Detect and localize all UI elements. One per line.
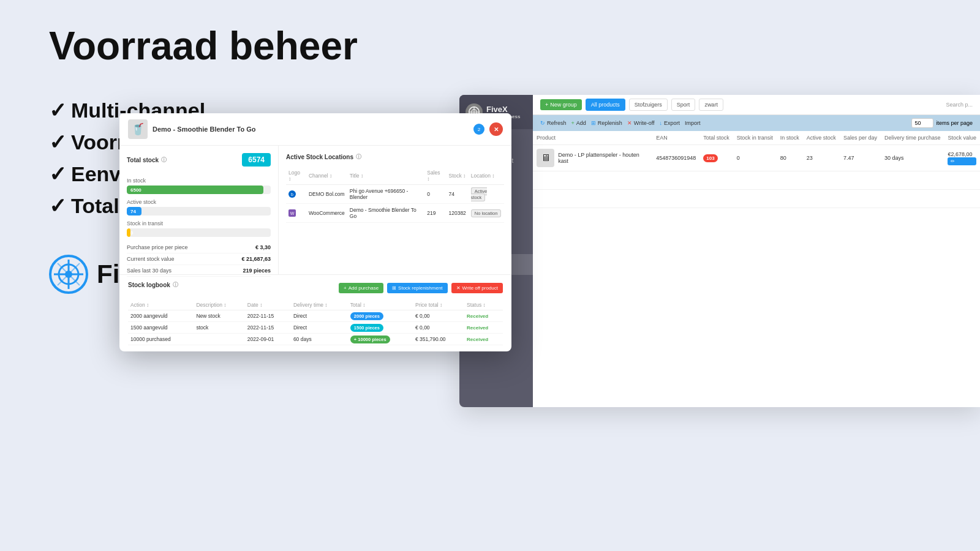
stock-value-cell: €2,678,00 — [948, 151, 976, 157]
col-active-stock: Active stock — [803, 131, 840, 145]
current-value-label: Current stock value — [127, 256, 175, 262]
transit-bar: 0 — [127, 228, 271, 237]
locations-title: Active Stock Locations ⓘ — [286, 153, 504, 161]
table-row: 🖥 Demo - LP plattenspeler - houten kast … — [533, 145, 980, 171]
tab-zwart[interactable]: zwart — [699, 99, 723, 111]
write-off-product-button[interactable]: ✕ Write off product — [451, 283, 503, 293]
location-badge-2: No location — [469, 204, 504, 223]
log-delivery-1: Direct — [291, 310, 348, 322]
write-off-button[interactable]: ✕ Write-off — [627, 120, 655, 126]
modal-product-title: Demo - Smoothie Blender To Go — [153, 126, 255, 133]
no-location-badge: No location — [471, 209, 502, 217]
cell-ean: 4548736091948 — [652, 145, 699, 171]
refresh-icon: ↻ — [540, 120, 545, 126]
log-total-3: + 10000 pieces — [348, 334, 413, 345]
import-button[interactable]: Import — [685, 120, 701, 126]
location-title-1: Phi go Avenue +696650 - Blender — [347, 185, 424, 204]
logbook-header: Stock logbook ⓘ + Add purchase ⊞ Stock r… — [128, 281, 503, 295]
col-value: Stock value — [944, 131, 980, 145]
tab-bar: + New group All products Stofzuigers Spo… — [533, 95, 980, 115]
refresh-button[interactable]: ↻ Refresh — [540, 120, 567, 126]
table-row-3 — [533, 190, 980, 208]
items-per-page-label: items per page — [936, 120, 973, 126]
cell-in-transit: 0 — [733, 145, 777, 171]
log-delivery-3: 60 days — [291, 334, 348, 345]
location-row-1: b DEMO Bol.com Phi go Avenue +696650 - B… — [286, 185, 504, 204]
log-price-3: € 351,790.00 — [413, 334, 464, 345]
col-delivery: Delivery time purchase — [881, 131, 944, 145]
location-sales-2: 219 — [424, 204, 446, 223]
active-stock-progress: 74 — [127, 207, 141, 216]
replenishment-icon: ⊞ — [392, 285, 396, 291]
replenish-button[interactable]: ⊞ Replenish — [591, 120, 622, 126]
location-logo-1: b — [286, 185, 306, 204]
col-status: Status ↕ — [464, 300, 503, 310]
logbook-row-3: 10000 purchased 2022-09-01 60 days + 100… — [128, 334, 503, 345]
log-action-3: 10000 purchased — [128, 334, 194, 345]
export-button[interactable]: ↓ Export — [660, 120, 680, 126]
cell-product: 🖥 Demo - LP plattenspeler - houten kast — [533, 145, 652, 171]
cell-value: €2,678,00 ✏ — [944, 145, 980, 171]
locations-table: Logo ↕ Channel ↕ Title ↕ Sales ↕ Stock ↕… — [286, 167, 504, 223]
tab-sport[interactable]: Sport — [671, 99, 696, 111]
cell-in-stock: 80 — [777, 145, 803, 171]
location-sales-1: 0 — [424, 185, 446, 204]
log-status-1: Received — [464, 310, 503, 322]
page-title: Voorraad beheer — [49, 24, 392, 67]
total-badge-3: + 10000 pieces — [350, 335, 390, 343]
woo-icon: W — [288, 209, 296, 217]
sales-label: Sales last 30 days — [127, 268, 172, 274]
modal-close-button[interactable]: ✕ — [489, 122, 503, 136]
add-purchase-icon: + — [344, 285, 347, 291]
location-stock-2: 120382 — [446, 204, 468, 223]
stock-badge: 103 — [703, 154, 717, 162]
logbook-row-1: 2000 aangevuld New stock 2022-11-15 Dire… — [128, 310, 503, 322]
log-delivery-2: Direct — [291, 322, 348, 334]
in-stock-progress: 6500 — [127, 186, 263, 194]
logbook-row-2: 1500 aangevuld stock 2022-11-15 Direct 1… — [128, 322, 503, 334]
total-stock-badge: 6574 — [242, 153, 271, 167]
pagination-control: items per page — [911, 118, 973, 128]
cell-delivery: 30 days — [881, 145, 944, 171]
add-icon: + — [571, 120, 575, 126]
log-total-1: 2000 pieces — [348, 310, 413, 322]
location-channel-1: DEMO Bol.com — [306, 185, 347, 204]
notification-badge: 2 — [473, 124, 484, 135]
edit-button[interactable]: ✏ — [948, 157, 976, 165]
items-per-page-input[interactable] — [911, 118, 933, 128]
write-off-icon: ✕ — [456, 285, 461, 291]
col-ean: EAN — [652, 131, 699, 145]
transit-label: Stock in transit — [127, 220, 271, 227]
log-status-3: Received — [464, 334, 503, 345]
col-description: Description ↕ — [194, 300, 244, 310]
current-value-row: Current stock value € 21,687,63 — [127, 253, 271, 265]
new-group-button[interactable]: + New group — [540, 99, 582, 110]
cell-active-stock: 23 — [803, 145, 840, 171]
col-logo: Logo ↕ — [286, 167, 306, 185]
add-button[interactable]: + Add — [571, 120, 586, 126]
products-table-container: Product EAN Total stock Stock in transit… — [533, 131, 980, 407]
main-content: + New group All products Stofzuigers Spo… — [533, 95, 980, 407]
logbook-table: Action ↕ Description ↕ Date ↕ Delivery t… — [128, 300, 503, 345]
status-badge-3: Received — [467, 337, 488, 342]
add-purchase-button[interactable]: + Add purchase — [339, 283, 383, 293]
purchase-price-value: € 3,30 — [255, 244, 271, 250]
tab-stofzuigers[interactable]: Stofzuigers — [629, 99, 668, 111]
tab-all-products[interactable]: All products — [586, 99, 625, 111]
stock-replenishment-button[interactable]: ⊞ Stock replenishment — [387, 283, 447, 293]
log-desc-2: stock — [194, 322, 244, 334]
log-status-2: Received — [464, 322, 503, 334]
transit-progress: 0 — [127, 228, 130, 237]
col-price-total: Price total ↕ — [413, 300, 464, 310]
col-sales-day: Sales per day — [840, 131, 881, 145]
logbook-section: Stock logbook ⓘ + Add purchase ⊞ Stock r… — [119, 274, 511, 351]
total-badge-1: 2000 pieces — [350, 312, 383, 320]
log-price-2: € 0,00 — [413, 322, 464, 334]
log-total-2: 1500 pieces — [348, 322, 413, 334]
total-badge-2: 1500 pieces — [350, 324, 383, 332]
location-stock-1: 74 — [446, 185, 468, 204]
location-title-2: Demo - Smoothie Blender To Go — [347, 204, 424, 223]
status-badge-1: Received — [467, 313, 488, 319]
table-row-2 — [533, 171, 980, 190]
export-icon: ↓ — [660, 120, 663, 126]
